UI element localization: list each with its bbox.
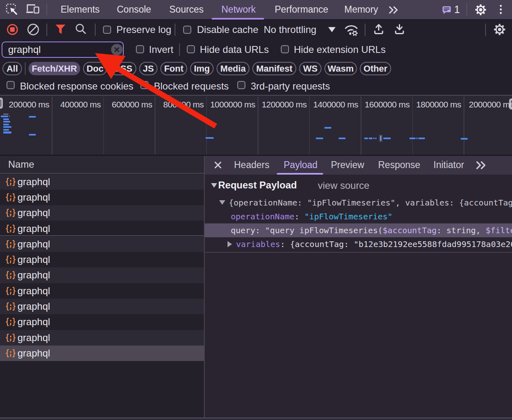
- invert-checkbox[interactable]: [136, 45, 144, 53]
- tab-memory[interactable]: Memory: [344, 0, 378, 19]
- payload-row[interactable]: variables: {accountTag: "b12e3b2192ee558…: [205, 237, 512, 251]
- request-type-chips: AllFetch/XHRDocCSSJSFontImgMediaManifest…: [2, 60, 512, 77]
- chip-css[interactable]: CSS: [110, 62, 136, 75]
- import-har-icon[interactable]: [374, 24, 383, 35]
- timeline-gridline: [103, 96, 104, 155]
- issues-count[interactable]: 1: [454, 0, 460, 19]
- search-icon[interactable]: [75, 24, 87, 35]
- name-column-header[interactable]: Name: [0, 156, 204, 174]
- blocked-response-cookies-checkbox[interactable]: [7, 81, 15, 89]
- more-tabs-icon[interactable]: [389, 6, 399, 14]
- chip-manifest[interactable]: Manifest: [252, 62, 296, 75]
- request-row[interactable]: {;}graphql: [0, 330, 204, 346]
- hide-extension-urls-checkbox[interactable]: [281, 45, 289, 53]
- request-name: graphql: [18, 316, 50, 328]
- request-row[interactable]: {;}graphql: [0, 283, 204, 299]
- hide-data-urls-label[interactable]: Hide data URLs: [200, 39, 269, 60]
- more-detail-tabs-icon[interactable]: [476, 161, 487, 169]
- chip-all[interactable]: All: [2, 62, 22, 75]
- chip-img[interactable]: Img: [190, 62, 214, 75]
- blocked-requests-label[interactable]: Blocked requests: [154, 77, 229, 95]
- request-row[interactable]: {;}graphql: [0, 190, 204, 205]
- hide-data-urls-checkbox[interactable]: [187, 45, 195, 53]
- clear-network-log-icon[interactable]: [27, 24, 39, 35]
- tab-sources[interactable]: Sources: [169, 0, 203, 19]
- 3rd-party-requests-label[interactable]: 3rd-party requests: [251, 77, 330, 95]
- request-row[interactable]: {;}graphql: [0, 174, 204, 190]
- request-row[interactable]: {;}graphql: [0, 314, 204, 330]
- waterfall-bar: [3, 114, 9, 115]
- export-har-icon[interactable]: [395, 24, 404, 35]
- tab-console[interactable]: Console: [117, 0, 151, 19]
- filter-input[interactable]: [2, 42, 124, 58]
- waterfall-bar: [29, 134, 36, 136]
- timeline-tick-label: 1800000 ms: [416, 100, 461, 109]
- 3rd-party-requests-checkbox[interactable]: [237, 81, 245, 89]
- request-row[interactable]: {;}graphql: [0, 252, 204, 267]
- close-details-icon[interactable]: [214, 161, 222, 169]
- tab-network[interactable]: Network: [221, 0, 256, 19]
- network-overview-timeline[interactable]: 200000 ms400000 ms600000 ms800000 ms1000…: [0, 95, 512, 155]
- waterfall-bar: [3, 131, 11, 133]
- waterfall-bar: [316, 138, 323, 139]
- timeline-tick-label: 400000 ms: [60, 100, 101, 109]
- chip-other[interactable]: Other: [360, 62, 391, 75]
- preserve-log-label[interactable]: Preserve log: [116, 20, 171, 39]
- payload-row[interactable]: query: "query ipFlowTimeseries($accountT…: [205, 223, 512, 237]
- view-source-link[interactable]: view source: [318, 180, 370, 191]
- payload-row[interactable]: operationName: "ipFlowTimeseries": [205, 210, 512, 223]
- request-row[interactable]: {;}graphql: [0, 299, 204, 314]
- payload-row[interactable]: {operationName: "ipFlowTimeseries", vari…: [205, 196, 512, 210]
- settings-gear-icon[interactable]: [475, 4, 486, 15]
- disable-cache-checkbox[interactable]: [183, 26, 191, 34]
- blocked-filters-row: Blocked response cookiesBlocked requests…: [0, 77, 512, 95]
- detail-tab-payload[interactable]: Payload: [284, 156, 317, 174]
- request-row[interactable]: {;}graphql: [0, 236, 204, 252]
- tab-performance[interactable]: Performance: [275, 0, 328, 19]
- chip-fetch-xhr[interactable]: Fetch/XHR: [28, 62, 80, 75]
- payload-section-caret-icon[interactable]: [211, 183, 217, 188]
- collapsed-caret-icon[interactable]: [226, 241, 233, 247]
- chip-font[interactable]: Font: [160, 62, 187, 75]
- chip-wasm[interactable]: Wasm: [324, 62, 357, 75]
- request-row[interactable]: {;}graphql: [0, 267, 204, 283]
- overview-left-handle[interactable]: [0, 98, 3, 109]
- tab-elements[interactable]: Elements: [61, 0, 100, 19]
- chip-doc[interactable]: Doc: [83, 62, 107, 75]
- throttling-select[interactable]: No throttling: [264, 20, 316, 39]
- request-row[interactable]: {;}graphql: [0, 221, 204, 236]
- detail-tab-headers[interactable]: Headers: [234, 156, 269, 174]
- detail-tab-preview[interactable]: Preview: [331, 156, 364, 174]
- toggle-device-toolbar-icon[interactable]: [26, 4, 39, 14]
- chip-ws[interactable]: WS: [299, 62, 322, 75]
- issues-icon[interactable]: [442, 6, 451, 14]
- disable-cache-label[interactable]: Disable cache: [197, 20, 258, 39]
- request-name: graphql: [18, 223, 50, 234]
- chip-js[interactable]: JS: [139, 62, 158, 75]
- request-name: graphql: [18, 301, 50, 312]
- inspect-element-icon[interactable]: [6, 3, 18, 16]
- request-name: graphql: [18, 269, 50, 281]
- payload-section-title[interactable]: Request Payload: [218, 179, 297, 191]
- record-network-log-icon[interactable]: [7, 24, 18, 35]
- detail-tab-response[interactable]: Response: [378, 156, 420, 174]
- blocked-requests-checkbox[interactable]: [140, 81, 149, 89]
- chip-media[interactable]: Media: [217, 62, 249, 75]
- kebab-menu-icon[interactable]: [499, 4, 503, 15]
- invert-label[interactable]: Invert: [149, 39, 173, 60]
- detail-tab-initiator[interactable]: Initiator: [433, 156, 464, 174]
- waterfall-bar: [3, 121, 10, 122]
- clear-filter-icon[interactable]: [111, 44, 123, 56]
- preserve-log-checkbox[interactable]: [103, 26, 111, 34]
- network-conditions-icon[interactable]: [344, 23, 359, 36]
- network-settings-gear-icon[interactable]: [494, 24, 505, 35]
- devtools-window: ElementsConsoleSourcesNetworkPerformance…: [0, 0, 512, 420]
- waterfall-bar: [339, 138, 346, 139]
- timeline-tick-label: 1600000 ms: [365, 100, 410, 109]
- request-row[interactable]: {;}graphql: [0, 346, 204, 361]
- blocked-response-cookies-label[interactable]: Blocked response cookies: [20, 77, 133, 95]
- expanded-caret-icon[interactable]: [219, 199, 225, 206]
- hide-extension-urls-label[interactable]: Hide extension URLs: [294, 39, 385, 60]
- request-row[interactable]: {;}graphql: [0, 205, 204, 221]
- filter-icon[interactable]: [55, 24, 66, 35]
